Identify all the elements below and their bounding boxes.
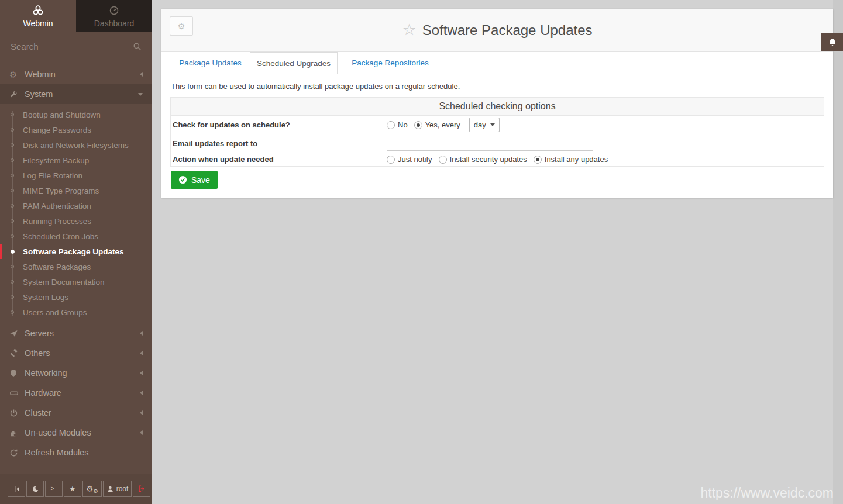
save-row: Save [161, 167, 833, 198]
radio-option-install-any-updates[interactable]: Install any updates [534, 155, 608, 164]
caret-left-icon [140, 331, 143, 336]
sidebar-item-filesystem-backup[interactable]: Filesystem Backup [0, 153, 152, 168]
caret-left-icon [140, 72, 143, 77]
night-mode-button[interactable] [26, 481, 44, 497]
sidebar-item-hardware[interactable]: Hardware [0, 383, 152, 403]
gears-icon-small: ⚙ [94, 489, 98, 494]
sidebar-item-unused-modules[interactable]: Un-used Modules [0, 423, 152, 443]
terminal-icon: >_ [50, 485, 57, 492]
options-box-title: Scheduled checking options [171, 98, 824, 116]
check-circle-icon [178, 175, 187, 184]
sidebar-item-log-file-rotation[interactable]: Log File Rotation [0, 168, 152, 183]
sidebar-footer: >_ ★ ⚙⚙ root [0, 474, 152, 504]
radio-icon[interactable] [387, 156, 395, 164]
moon-icon [32, 485, 39, 493]
page-header: ⚙ ☆ Software Package Updates [161, 9, 833, 52]
bullet-icon [11, 219, 14, 223]
scrollbar-track[interactable] [833, 0, 843, 504]
action-controls: Just notify Install security updates Ins… [387, 155, 614, 164]
bullet-icon [11, 265, 14, 268]
search-icon [133, 42, 142, 51]
puzzle-piece-icon [9, 429, 25, 437]
caret-down-icon [138, 93, 143, 96]
interval-select[interactable]: day [469, 118, 500, 132]
tab-webmin-label: Webmin [23, 19, 53, 28]
sidebar: Webmin Dashboard ⚙ Webmin [0, 0, 152, 504]
caret-left-icon [140, 351, 143, 355]
user-icon [106, 485, 114, 493]
tab-scheduled-upgrades[interactable]: Scheduled Upgrades [250, 52, 338, 74]
radio-option-install-security-updates[interactable]: Install security updates [439, 155, 527, 164]
collapse-icon [13, 485, 20, 493]
email-input[interactable] [387, 136, 593, 151]
bullet-icon [11, 295, 14, 299]
sidebar-item-refresh-modules[interactable]: Refresh Modules [0, 443, 152, 462]
sidebar-item-change-passwords[interactable]: Change Passwords [0, 122, 152, 137]
sidebar-item-system[interactable]: System [0, 84, 152, 104]
user-button[interactable]: root [103, 481, 132, 497]
terminal-button[interactable]: >_ [45, 481, 63, 497]
bullet-icon [11, 234, 14, 238]
tab-dashboard-label: Dashboard [94, 19, 135, 28]
sidebar-item-webmin[interactable]: ⚙ Webmin [0, 64, 152, 84]
sidebar-item-servers[interactable]: Servers [0, 323, 152, 343]
sidebar-item-users-and-groups[interactable]: Users and Groups [0, 305, 152, 320]
sidebar-item-others[interactable]: Others [0, 343, 152, 363]
caret-left-icon [140, 410, 143, 415]
sidebar-item-running-processes[interactable]: Running Processes [0, 213, 152, 229]
webmin-app: { "colors": { "sidebar_bg": "#5e4a41", "… [0, 0, 843, 504]
dashboard-gauge-icon [109, 5, 119, 16]
tab-package-updates[interactable]: Package Updates [171, 52, 250, 74]
bullet-icon [11, 113, 14, 116]
gavel-icon [9, 349, 25, 358]
sidebar-item-label: System [25, 89, 53, 99]
tab-package-repositories[interactable]: Package Repositories [338, 52, 443, 74]
content-panel: ⚙ ☆ Software Package Updates Package Upd… [161, 9, 833, 198]
bullet-icon [11, 250, 15, 254]
favorites-button[interactable]: ★ [64, 481, 81, 497]
sidebar-item-cluster[interactable]: Cluster [0, 403, 152, 423]
sidebar-item-networking[interactable]: Networking [0, 363, 152, 383]
theme-settings-button[interactable]: ⚙⚙ [82, 481, 102, 497]
radio-option-yes-every[interactable]: Yes, every [414, 120, 460, 129]
module-config-button[interactable]: ⚙ [170, 16, 193, 36]
bullet-icon [11, 158, 14, 162]
logout-button[interactable] [133, 481, 150, 497]
radio-icon[interactable] [534, 156, 542, 164]
collapse-sidebar-button[interactable] [8, 481, 25, 497]
caret-left-icon [140, 371, 143, 375]
scheduled-options-box: Scheduled checking options Check for upd… [170, 97, 824, 167]
radio-option-just-notify[interactable]: Just notify [387, 155, 432, 164]
gears-icon: ⚙ [86, 485, 94, 493]
tab-dashboard[interactable]: Dashboard [76, 0, 152, 32]
bullet-icon [11, 174, 14, 177]
bullet-icon [11, 280, 14, 284]
sidebar-item-software-package-updates[interactable]: Software Package Updates [0, 244, 152, 259]
sidebar-item-mime-type-programs[interactable]: MIME Type Programs [0, 183, 152, 198]
save-button[interactable]: Save [171, 171, 218, 189]
star-icon: ★ [70, 485, 76, 493]
main-area: ⚙ ☆ Software Package Updates Package Upd… [152, 0, 843, 504]
radio-icon[interactable] [387, 121, 395, 129]
paper-plane-icon [9, 329, 25, 338]
search-input[interactable] [9, 39, 143, 56]
radio-icon[interactable] [439, 156, 447, 164]
sidebar-item-system-documentation[interactable]: System Documentation [0, 274, 152, 289]
radio-icon[interactable] [414, 121, 422, 129]
sidebar-item-system-logs[interactable]: System Logs [0, 289, 152, 305]
email-label: Email updates report to [173, 139, 387, 148]
notifications-button[interactable] [821, 33, 843, 51]
favorite-star-icon[interactable]: ☆ [402, 22, 416, 38]
radio-option-no[interactable]: No [387, 120, 408, 129]
sidebar-item-pam-authentication[interactable]: PAM Authentication [0, 198, 152, 213]
form-description: This form can be used to automatically i… [161, 74, 833, 97]
sidebar-item-disk-and-network-filesystems[interactable]: Disk and Network Filesystems [0, 137, 152, 153]
sidebar-item-software-packages[interactable]: Software Packages [0, 259, 152, 274]
sidebar-item-label: Webmin [25, 70, 56, 79]
bullet-icon [11, 204, 14, 208]
tab-webmin[interactable]: Webmin [0, 0, 76, 32]
hdd-icon [9, 388, 25, 398]
sidebar-item-scheduled-cron-jobs[interactable]: Scheduled Cron Jobs [0, 229, 152, 244]
bullet-icon [11, 189, 14, 192]
sidebar-item-bootup-and-shutdown[interactable]: Bootup and Shutdown [0, 107, 152, 122]
